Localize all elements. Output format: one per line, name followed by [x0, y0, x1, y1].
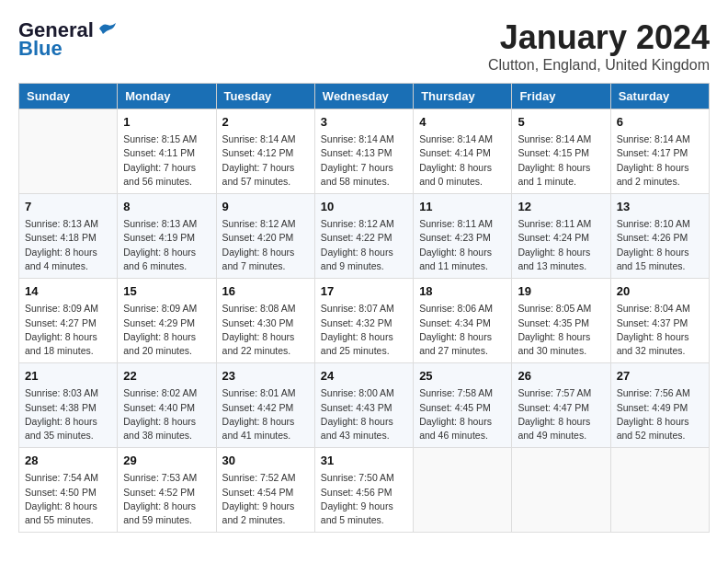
- day-info: Sunrise: 8:14 AMSunset: 4:13 PMDaylight:…: [321, 132, 407, 189]
- calendar-cell: 18Sunrise: 8:06 AMSunset: 4:34 PMDayligh…: [414, 279, 512, 363]
- day-info: Sunrise: 8:00 AMSunset: 4:43 PMDaylight:…: [321, 386, 407, 442]
- day-info: Sunrise: 7:52 AMSunset: 4:54 PMDaylight:…: [222, 471, 309, 527]
- day-info: Sunrise: 8:14 AMSunset: 4:14 PMDaylight:…: [419, 132, 506, 189]
- day-info: Sunrise: 8:05 AMSunset: 4:35 PMDaylight:…: [518, 302, 604, 358]
- day-number: 26: [518, 368, 604, 385]
- calendar-cell: 13Sunrise: 8:10 AMSunset: 4:26 PMDayligh…: [610, 194, 709, 279]
- day-info: Sunrise: 8:15 AMSunset: 4:11 PMDaylight:…: [123, 132, 210, 189]
- page-header: General Blue January 2024 Clutton, Engla…: [18, 18, 710, 74]
- day-number: 30: [222, 453, 309, 469]
- day-info: Sunrise: 8:10 AMSunset: 4:26 PMDaylight:…: [617, 217, 703, 273]
- day-number: 13: [617, 199, 703, 215]
- calendar-cell: 23Sunrise: 8:01 AMSunset: 4:42 PMDayligh…: [216, 363, 314, 448]
- calendar-cell: 19Sunrise: 8:05 AMSunset: 4:35 PMDayligh…: [512, 279, 610, 363]
- day-number: 3: [321, 114, 407, 131]
- calendar-cell: 11Sunrise: 8:11 AMSunset: 4:23 PMDayligh…: [414, 194, 512, 279]
- calendar-cell: 5Sunrise: 8:14 AMSunset: 4:15 PMDaylight…: [512, 109, 610, 194]
- day-info: Sunrise: 8:09 AMSunset: 4:29 PMDaylight:…: [123, 302, 210, 358]
- calendar-cell: 31Sunrise: 7:50 AMSunset: 4:56 PMDayligh…: [314, 448, 413, 533]
- day-number: 1: [123, 114, 210, 131]
- day-number: 9: [222, 199, 309, 215]
- calendar-cell: 25Sunrise: 7:58 AMSunset: 4:45 PMDayligh…: [414, 363, 512, 448]
- day-info: Sunrise: 7:58 AMSunset: 4:45 PMDaylight:…: [419, 386, 506, 442]
- calendar-cell: 16Sunrise: 8:08 AMSunset: 4:30 PMDayligh…: [216, 279, 314, 363]
- day-info: Sunrise: 8:07 AMSunset: 4:32 PMDaylight:…: [321, 302, 407, 358]
- calendar-cell: [512, 448, 610, 533]
- location: Clutton, England, United Kingdom: [488, 57, 710, 74]
- day-info: Sunrise: 7:54 AMSunset: 4:50 PMDaylight:…: [25, 471, 111, 527]
- day-info: Sunrise: 8:14 AMSunset: 4:17 PMDaylight:…: [617, 132, 703, 189]
- day-info: Sunrise: 8:01 AMSunset: 4:42 PMDaylight:…: [222, 386, 309, 442]
- calendar-cell: [414, 448, 512, 533]
- month-title: January 2024: [488, 18, 710, 57]
- weekday-header: Friday: [512, 84, 610, 109]
- calendar-cell: 15Sunrise: 8:09 AMSunset: 4:29 PMDayligh…: [118, 279, 216, 363]
- day-info: Sunrise: 7:53 AMSunset: 4:52 PMDaylight:…: [123, 471, 210, 527]
- day-info: Sunrise: 8:02 AMSunset: 4:40 PMDaylight:…: [123, 386, 210, 442]
- day-number: 10: [321, 199, 407, 215]
- day-number: 24: [321, 368, 407, 385]
- calendar-cell: 14Sunrise: 8:09 AMSunset: 4:27 PMDayligh…: [19, 279, 118, 363]
- day-number: 25: [419, 368, 506, 385]
- calendar-cell: 30Sunrise: 7:52 AMSunset: 4:54 PMDayligh…: [216, 448, 314, 533]
- day-info: Sunrise: 8:06 AMSunset: 4:34 PMDaylight:…: [419, 302, 506, 358]
- day-info: Sunrise: 8:12 AMSunset: 4:20 PMDaylight:…: [222, 217, 309, 273]
- day-number: 6: [617, 114, 703, 131]
- calendar-cell: 12Sunrise: 8:11 AMSunset: 4:24 PMDayligh…: [512, 194, 610, 279]
- day-number: 19: [518, 283, 604, 300]
- day-number: 28: [25, 453, 111, 469]
- day-info: Sunrise: 8:09 AMSunset: 4:27 PMDaylight:…: [25, 302, 111, 358]
- weekday-header: Thursday: [414, 84, 512, 109]
- weekday-header: Sunday: [19, 84, 118, 109]
- logo-blue: Blue: [18, 37, 63, 61]
- day-number: 18: [419, 283, 506, 300]
- calendar-cell: 7Sunrise: 8:13 AMSunset: 4:18 PMDaylight…: [19, 194, 118, 279]
- calendar-table: SundayMondayTuesdayWednesdayThursdayFrid…: [18, 83, 710, 533]
- weekday-header: Wednesday: [314, 84, 413, 109]
- day-number: 12: [518, 199, 604, 215]
- day-number: 15: [123, 283, 210, 300]
- day-info: Sunrise: 8:11 AMSunset: 4:24 PMDaylight:…: [518, 217, 604, 273]
- day-number: 29: [123, 453, 210, 469]
- calendar-cell: 1Sunrise: 8:15 AMSunset: 4:11 PMDaylight…: [118, 109, 216, 194]
- day-info: Sunrise: 8:04 AMSunset: 4:37 PMDaylight:…: [617, 302, 703, 358]
- day-info: Sunrise: 7:57 AMSunset: 4:47 PMDaylight:…: [518, 386, 604, 442]
- logo-bird-icon: [97, 21, 118, 36]
- calendar-cell: 21Sunrise: 8:03 AMSunset: 4:38 PMDayligh…: [19, 363, 118, 448]
- day-info: Sunrise: 8:11 AMSunset: 4:23 PMDaylight:…: [419, 217, 506, 273]
- calendar-cell: [610, 448, 709, 533]
- day-info: Sunrise: 8:13 AMSunset: 4:19 PMDaylight:…: [123, 217, 210, 273]
- day-number: 27: [617, 368, 703, 385]
- logo: General Blue: [18, 18, 118, 61]
- calendar-cell: 8Sunrise: 8:13 AMSunset: 4:19 PMDaylight…: [118, 194, 216, 279]
- day-number: 14: [25, 283, 111, 300]
- day-info: Sunrise: 8:12 AMSunset: 4:22 PMDaylight:…: [321, 217, 407, 273]
- calendar-cell: 27Sunrise: 7:56 AMSunset: 4:49 PMDayligh…: [610, 363, 709, 448]
- day-number: 22: [123, 368, 210, 385]
- calendar-cell: 29Sunrise: 7:53 AMSunset: 4:52 PMDayligh…: [118, 448, 216, 533]
- day-number: 16: [222, 283, 309, 300]
- calendar-cell: 26Sunrise: 7:57 AMSunset: 4:47 PMDayligh…: [512, 363, 610, 448]
- calendar-cell: 22Sunrise: 8:02 AMSunset: 4:40 PMDayligh…: [118, 363, 216, 448]
- weekday-header: Tuesday: [216, 84, 314, 109]
- day-info: Sunrise: 8:03 AMSunset: 4:38 PMDaylight:…: [25, 386, 111, 442]
- calendar-cell: 4Sunrise: 8:14 AMSunset: 4:14 PMDaylight…: [414, 109, 512, 194]
- day-info: Sunrise: 7:56 AMSunset: 4:49 PMDaylight:…: [617, 386, 703, 442]
- calendar-cell: 9Sunrise: 8:12 AMSunset: 4:20 PMDaylight…: [216, 194, 314, 279]
- calendar-cell: 3Sunrise: 8:14 AMSunset: 4:13 PMDaylight…: [314, 109, 413, 194]
- day-number: 17: [321, 283, 407, 300]
- calendar-cell: [19, 109, 118, 194]
- day-number: 31: [321, 453, 407, 469]
- calendar-cell: 17Sunrise: 8:07 AMSunset: 4:32 PMDayligh…: [314, 279, 413, 363]
- day-number: 8: [123, 199, 210, 215]
- weekday-header: Saturday: [610, 84, 709, 109]
- day-number: 7: [25, 199, 111, 215]
- calendar-cell: 10Sunrise: 8:12 AMSunset: 4:22 PMDayligh…: [314, 194, 413, 279]
- calendar-cell: 6Sunrise: 8:14 AMSunset: 4:17 PMDaylight…: [610, 109, 709, 194]
- calendar-cell: 2Sunrise: 8:14 AMSunset: 4:12 PMDaylight…: [216, 109, 314, 194]
- title-section: January 2024 Clutton, England, United Ki…: [488, 18, 710, 74]
- calendar-cell: 28Sunrise: 7:54 AMSunset: 4:50 PMDayligh…: [19, 448, 118, 533]
- weekday-header: Monday: [118, 84, 216, 109]
- day-number: 21: [25, 368, 111, 385]
- calendar-cell: 20Sunrise: 8:04 AMSunset: 4:37 PMDayligh…: [610, 279, 709, 363]
